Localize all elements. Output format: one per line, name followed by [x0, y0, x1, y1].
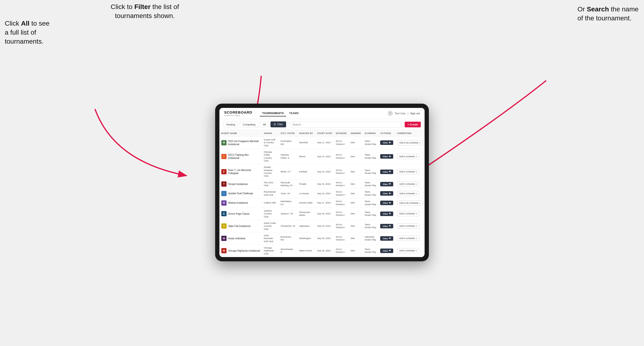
- view-button[interactable]: View 👁: [380, 154, 393, 159]
- venue: Guyan Golf & Country Club: [264, 138, 275, 147]
- table-row: T Temple Invitational The 1912 Club Plym…: [220, 179, 424, 189]
- add-to-schedule-button[interactable]: Add to Schedule +: [397, 223, 419, 229]
- hosted-by: Le Moyne: [299, 192, 309, 195]
- view-button[interactable]: View 👁: [380, 140, 393, 145]
- add-to-schedule-button[interactable]: Add to My Schedule +: [397, 200, 423, 206]
- division: NCAA Division I: [336, 200, 345, 205]
- scoring: Team, Stroke Play: [365, 154, 376, 159]
- user-name: Test User: [395, 112, 406, 115]
- nav-tab-teams[interactable]: TEAMS: [286, 110, 301, 116]
- event-name-cell: V Valpo Fall Invitational: [221, 223, 260, 229]
- venue: Olympia Fields Country Club: [264, 151, 272, 162]
- nav-tabs: TOURNAMENTS TEAMS: [260, 110, 382, 116]
- view-button[interactable]: View 👁: [380, 182, 393, 186]
- plus-icon: +: [416, 192, 417, 195]
- venue: Jackson Country Club: [264, 209, 272, 218]
- col-scoring: SCORING: [363, 130, 378, 137]
- plus-icon: +: [416, 212, 417, 215]
- start-date: Sep 16, 2023: [317, 182, 331, 185]
- event-name: 2023 Joe Feaganes Marshall Invitational: [228, 140, 260, 146]
- event-name-cell: M 2023 Joe Feaganes Marshall Invitationa…: [221, 140, 260, 146]
- view-button[interactable]: View 👁: [380, 191, 393, 196]
- add-to-schedule-button[interactable]: Add to Schedule +: [397, 248, 419, 253]
- competing-tab[interactable]: Competing: [240, 122, 258, 127]
- create-button[interactable]: + Create: [405, 122, 421, 127]
- signout-link[interactable]: Sign out: [410, 112, 420, 115]
- nav-tab-tournaments[interactable]: TOURNAMENTS: [260, 110, 286, 116]
- table-row: ~ Upstate Dual Challenge Ravenwood Golf …: [220, 189, 424, 198]
- start-date: Sep 18, 2023: [317, 225, 331, 227]
- scoring: Team, Stroke Play: [365, 248, 376, 253]
- city-state: Victor, NY: [281, 192, 291, 195]
- team-logo: W: [221, 236, 226, 241]
- view-button[interactable]: View 👁: [380, 236, 393, 241]
- separator: |: [408, 112, 408, 115]
- eye-icon: 👁: [389, 192, 391, 195]
- event-name: Grover Page Classic: [228, 212, 250, 215]
- add-to-schedule-button[interactable]: Add to Schedule +: [397, 191, 419, 196]
- col-venue: VENUE: [262, 130, 279, 137]
- eye-icon: 👁: [389, 183, 391, 185]
- gender: Men: [351, 201, 355, 204]
- table-row: I OFCC Fighting Illini Invitational Olym…: [220, 149, 424, 164]
- view-button[interactable]: View 👁: [380, 201, 393, 205]
- hosted-by: Temple: [299, 182, 306, 185]
- col-division: DIVISION: [334, 130, 348, 137]
- start-date: Sep 18, 2023: [317, 249, 331, 252]
- start-date: Sep 16, 2023: [317, 170, 331, 173]
- division: NCAA Division I: [336, 169, 345, 174]
- filter-btn[interactable]: ☰ Filter: [270, 121, 286, 127]
- annotation-topleft: Click All to seea full list oftournament…: [5, 19, 50, 46]
- all-tab[interactable]: All: [260, 122, 269, 127]
- add-to-schedule-button[interactable]: Add to Schedule +: [397, 236, 419, 241]
- table-row: V Valpo Fall Invitational Sand Creek Cou…: [220, 220, 424, 232]
- view-button[interactable]: View 👁: [380, 211, 393, 216]
- view-button[interactable]: View 👁: [380, 224, 393, 228]
- gender: Men: [351, 155, 355, 158]
- gender: Men: [351, 141, 355, 144]
- eye-icon: 👁: [389, 212, 391, 215]
- hosted-by: Illinois: [299, 155, 306, 158]
- scoring: Individual, Stroke Play: [365, 235, 376, 241]
- venue: Shuttle Meadow Country Club: [264, 166, 272, 177]
- eye-icon: 👁: [389, 171, 391, 173]
- city-state: Manhattan, KS: [281, 200, 292, 205]
- city-state: Plymouth Meeting, PA: [281, 181, 293, 187]
- add-to-schedule-button[interactable]: Add to Schedule +: [397, 211, 419, 216]
- division: NCAA Division I: [336, 235, 345, 241]
- add-to-schedule-button[interactable]: Add to Schedule +: [397, 181, 419, 187]
- city-state: Berlin, CT: [281, 170, 291, 173]
- division: NCAA Division I: [336, 154, 345, 159]
- table-row: W Husky Individual Gold Mountain Golf Cl…: [220, 232, 424, 244]
- hosted-by: Valparaiso: [299, 225, 310, 227]
- team-logo: V: [221, 223, 226, 229]
- gender: Men: [351, 249, 355, 252]
- gender: Men: [351, 212, 355, 215]
- col-gender: GENDER: [349, 130, 363, 137]
- view-button[interactable]: View 👁: [380, 170, 393, 174]
- search-input[interactable]: [290, 122, 402, 127]
- event-name: Valpo Fall Invitational: [228, 225, 250, 228]
- division: NCAA Division I: [336, 223, 345, 229]
- view-button[interactable]: View 👁: [380, 249, 393, 253]
- eye-icon: 👁: [389, 225, 391, 227]
- hosting-tab[interactable]: Hosting: [223, 122, 238, 127]
- event-name-cell: W Wildcat Invitational: [221, 200, 260, 206]
- plus-icon: +: [416, 170, 417, 173]
- add-to-schedule-button[interactable]: Add to Schedule +: [397, 169, 419, 174]
- team-logo: M: [221, 140, 226, 145]
- venue: Gold Mountain Golf Club: [264, 234, 273, 243]
- hosted-by: Washington: [299, 237, 311, 239]
- table-body: M 2023 Joe Feaganes Marshall Invitationa…: [220, 137, 424, 257]
- hosted-by: Marshall: [299, 141, 308, 144]
- header-right: T Test User | Sign out: [388, 111, 420, 116]
- logo-title: SCOREBOARD: [224, 110, 252, 114]
- table-row: F Ryan T. Lee Memorial Collegiate Shuttl…: [220, 164, 424, 179]
- tournaments-table: EVENT NAME VENUE CITY, STATE HOSTED BY S…: [220, 130, 424, 257]
- add-to-schedule-button[interactable]: Add to Schedule +: [397, 154, 419, 159]
- add-to-schedule-button[interactable]: Add to My Schedule +: [397, 140, 423, 145]
- city-state: Olympia Fields, IL: [281, 154, 290, 159]
- plus-icon: +: [416, 182, 417, 185]
- scoring: Team, Stroke Play: [365, 211, 376, 216]
- start-date: Sep 17, 2023: [317, 201, 331, 204]
